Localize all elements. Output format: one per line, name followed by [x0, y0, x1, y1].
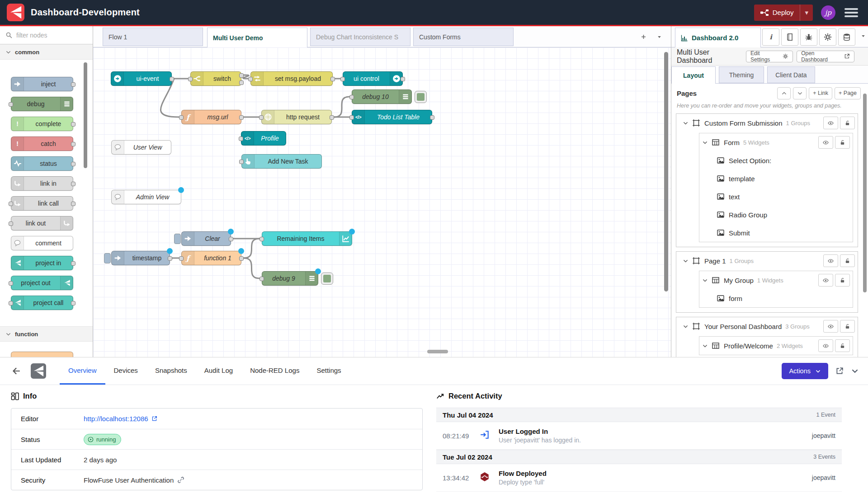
sidebar-tool-gear[interactable]: [819, 28, 836, 46]
palette-node-comment[interactable]: comment: [11, 236, 73, 250]
flow-node-http-request[interactable]: http request: [261, 110, 332, 124]
flow-node-clear[interactable]: Clear: [181, 231, 231, 246]
tab-overview[interactable]: Overview: [60, 357, 105, 385]
node-port-in[interactable]: [259, 237, 264, 241]
flow-node-ui-event[interactable]: ui-event: [111, 71, 172, 86]
inject-button[interactable]: [104, 253, 111, 263]
flow-node-admin-view[interactable]: Admin View: [111, 190, 181, 204]
node-port-out[interactable]: [401, 77, 405, 81]
node-port-out[interactable]: [71, 122, 75, 127]
sidebar-tool-bug[interactable]: [800, 28, 817, 46]
page-row[interactable]: Custom Form Submission1 Groups: [676, 114, 858, 132]
flow-node-timestamp[interactable]: timestamp: [111, 251, 170, 265]
open-editor-icon[interactable]: [835, 367, 844, 375]
flow-node-switch[interactable]: switch: [190, 71, 241, 86]
node-port-in[interactable]: [259, 277, 264, 281]
editor-link[interactable]: http://localhost:12086: [84, 415, 157, 423]
add-page-button[interactable]: + Page: [835, 87, 861, 99]
main-menu-button[interactable]: [844, 6, 859, 19]
node-port-out[interactable]: [71, 182, 75, 186]
flow-node-debug-9[interactable]: debug 9: [262, 271, 318, 286]
node-port-in[interactable]: [188, 77, 193, 81]
node-port-in[interactable]: [239, 136, 243, 141]
node-port-out[interactable]: [229, 237, 233, 241]
flow-node-set-msg-payload[interactable]: set msg.payload: [250, 71, 333, 86]
add-flow-button[interactable]: [637, 30, 650, 43]
flow-node-todo-list-table[interactable]: </>Todo List Table: [352, 110, 432, 124]
palette-category-function[interactable]: function: [0, 326, 93, 342]
node-port-in[interactable]: [9, 281, 13, 286]
back-button[interactable]: [11, 366, 21, 376]
flow-node-msg-url[interactable]: ƒmsg.url: [181, 110, 241, 124]
node-port-in[interactable]: [349, 95, 354, 99]
flow-tab-custom-forms[interactable]: Custom Forms: [413, 28, 514, 46]
sidebar-tool-info[interactable]: i: [762, 28, 779, 46]
tab-settings[interactable]: Settings: [308, 357, 349, 385]
widget-row[interactable]: Select Option:: [699, 151, 853, 169]
expand-all-button[interactable]: [793, 87, 807, 99]
chevron-down-icon[interactable]: [683, 120, 689, 126]
group-row[interactable]: My Group1 Widgets: [699, 271, 853, 289]
palette-node-catch[interactable]: !catch: [11, 136, 73, 151]
canvas-horizontal-scrollbar[interactable]: [427, 350, 448, 353]
filter-nodes-input[interactable]: [16, 32, 80, 39]
unlock-button[interactable]: [840, 117, 855, 129]
unlock-button[interactable]: [840, 254, 855, 267]
add-link-button[interactable]: + Link: [809, 87, 832, 99]
widget-row[interactable]: text: [699, 188, 853, 206]
node-port-out[interactable]: [71, 301, 75, 305]
node-port-in[interactable]: [340, 77, 345, 81]
palette-node-project-in[interactable]: project in: [11, 256, 73, 270]
visibility-button[interactable]: [818, 339, 833, 352]
tab-dashboard-2[interactable]: Dashboard 2.0: [675, 28, 761, 47]
tab-devices[interactable]: Devices: [105, 357, 146, 385]
node-port-in[interactable]: [9, 221, 13, 226]
palette-scrollbar[interactable]: [84, 62, 87, 168]
debug-toggle-button[interactable]: [321, 272, 333, 285]
node-port-out[interactable]: [330, 115, 334, 120]
unlock-button[interactable]: [835, 136, 850, 149]
debug-toggle-button[interactable]: [415, 91, 427, 103]
actions-button[interactable]: Actions: [782, 363, 828, 379]
flow-canvas[interactable]: ui-eventswitchset msg.payloadui controld…: [93, 47, 671, 357]
flow-node-profile[interactable]: </>Profile: [241, 131, 286, 146]
deploy-button[interactable]: Deploy ▾: [754, 5, 813, 21]
node-port-out[interactable]: [330, 77, 335, 81]
visibility-button[interactable]: [818, 274, 833, 287]
visibility-button[interactable]: [818, 136, 833, 149]
node-port-out[interactable]: [170, 77, 174, 81]
chevron-down-icon[interactable]: [702, 343, 708, 349]
edit-settings-button[interactable]: Edit Settings: [746, 51, 793, 62]
flow-node-remaining-items[interactable]: Remaining Items: [262, 231, 352, 246]
activity-event[interactable]: 13:34:42Flow DeployedDeploy type 'full'j…: [436, 464, 842, 492]
node-port-in[interactable]: [179, 115, 184, 120]
widget-row[interactable]: form: [699, 289, 853, 307]
node-port-out[interactable]: [71, 82, 75, 87]
deploy-options-button[interactable]: ▾: [800, 5, 813, 21]
visibility-button[interactable]: [823, 117, 838, 129]
palette-node-link-in[interactable]: link in: [11, 176, 73, 191]
collapse-all-button[interactable]: [777, 87, 791, 99]
canvas-vertical-scrollbar[interactable]: [664, 52, 668, 291]
chevron-down-icon[interactable]: [683, 324, 689, 329]
node-port-out[interactable]: [239, 256, 244, 261]
flow-node-function-1[interactable]: ƒfunction 1: [181, 251, 241, 265]
palette-node-project-out[interactable]: project out: [11, 276, 73, 290]
group-row[interactable]: Form5 Widgets: [699, 133, 853, 151]
chain-icon[interactable]: [177, 476, 184, 484]
tab-theming[interactable]: Theming: [719, 66, 764, 83]
flow-wire[interactable]: [334, 97, 349, 117]
palette-category-common[interactable]: common: [0, 44, 93, 60]
unlock-button[interactable]: [835, 274, 850, 287]
node-port-in[interactable]: [248, 77, 253, 81]
chevron-down-icon[interactable]: [702, 140, 708, 146]
widget-row[interactable]: Submit: [699, 224, 853, 242]
chevron-down-icon[interactable]: [702, 277, 708, 283]
node-port-out[interactable]: [71, 202, 75, 206]
user-avatar[interactable]: jp: [821, 5, 835, 20]
flow-wire[interactable]: [244, 258, 259, 278]
widget-row[interactable]: template: [699, 169, 853, 188]
flow-tab-flow-1[interactable]: Flow 1: [103, 28, 203, 46]
palette-node-inject[interactable]: inject: [11, 77, 73, 91]
open-dashboard-button[interactable]: Open Dashboard: [797, 51, 854, 62]
